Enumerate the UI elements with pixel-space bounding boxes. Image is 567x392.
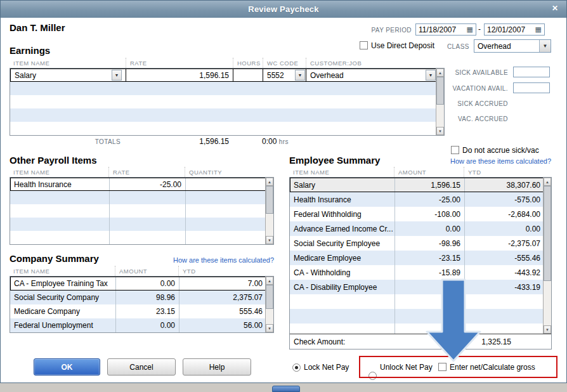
other-payroll-scrollbar[interactable]: ▲ ▼ xyxy=(265,178,273,244)
pay-period-end-field[interactable]: 12/01/2007 ▦ xyxy=(484,23,545,36)
col-amount: AMOUNT xyxy=(115,266,178,276)
other-payroll-empty-row[interactable] xyxy=(10,191,266,204)
cell-amount[interactable]: -15.89 xyxy=(394,265,464,280)
help-button[interactable]: Help xyxy=(183,358,251,376)
company-summary-row[interactable]: CA - Employee Training Tax 0.00 7.00 xyxy=(10,277,266,291)
other-payroll-empty-row[interactable] xyxy=(10,204,266,218)
scroll-up-icon[interactable]: ▲ xyxy=(266,178,273,186)
earnings-row[interactable]: Salary ▼ 1,596.15 5552 ▼ Overhead ▼ xyxy=(10,69,444,82)
scroll-down-icon[interactable]: ▼ xyxy=(266,236,273,244)
scroll-thumb[interactable] xyxy=(266,186,273,214)
earnings-rate-value: 1,596.15 xyxy=(199,71,229,80)
cell-item-name: Health Insurance xyxy=(290,192,394,207)
lock-net-pay-radio[interactable] xyxy=(292,363,301,372)
scroll-down-icon[interactable]: ▼ xyxy=(436,127,444,135)
employee-summary-scrollbar[interactable]: ▲ ▼ xyxy=(543,178,551,334)
chevron-down-icon[interactable]: ▼ xyxy=(112,70,122,81)
cell-ytd: -2,375.07 xyxy=(464,236,544,251)
other-payroll-header: ITEM NAME RATE QUANTITY xyxy=(10,167,274,177)
class-value: Overhead xyxy=(474,42,514,51)
cell-amount[interactable]: -98.96 xyxy=(394,236,464,251)
earnings-header: ITEM NAME RATE HOURS WC CODE CUSTOMER:JO… xyxy=(10,58,445,68)
titlebar[interactable]: Review Paycheck ✕ xyxy=(1,1,566,18)
cell-ytd: 38,307.60 xyxy=(464,178,544,192)
col-hours: HOURS xyxy=(233,58,263,68)
calendar-icon[interactable]: ▦ xyxy=(535,26,542,33)
totals-label: TOTALS xyxy=(10,138,126,145)
employee-summary-row[interactable]: CA - Withholding -15.89 -443.92 xyxy=(290,265,544,280)
cell-amount: 0.00 xyxy=(115,318,179,332)
lock-net-pay-label[interactable]: Lock Net Pay xyxy=(304,363,349,372)
close-icon[interactable]: ✕ xyxy=(552,4,558,12)
sick-available-field[interactable] xyxy=(513,67,550,77)
background-window xyxy=(0,384,567,392)
employee-summary-row[interactable]: Federal Withholding -108.00 -2,684.00 xyxy=(290,207,544,221)
earnings-item-cell[interactable]: Salary ▼ xyxy=(10,69,126,82)
col-amount: AMOUNT xyxy=(394,167,464,177)
cell-item-name: CA - Employee Training Tax xyxy=(10,277,115,291)
ok-button[interactable]: OK xyxy=(34,358,100,376)
sick-accrued-label: SICK ACCRUED xyxy=(407,100,508,107)
company-summary-row[interactable]: Medicare Company 23.15 555.46 xyxy=(10,304,266,318)
annotation-arrow-icon xyxy=(424,278,483,362)
cell-amount[interactable]: 1,596.15 xyxy=(394,178,464,192)
pay-period-start-field[interactable]: 11/18/2007 ▦ xyxy=(415,23,476,36)
employee-summary-title: Employee Summary xyxy=(289,155,380,166)
employee-summary-row[interactable]: Salary 1,596.15 38,307.60 xyxy=(290,178,544,192)
cell-ytd: -555.46 xyxy=(464,251,544,265)
cell-amount: 98.96 xyxy=(115,291,179,304)
earnings-hours-cell[interactable] xyxy=(233,69,263,82)
use-direct-deposit-label[interactable]: Use Direct Deposit xyxy=(371,41,434,50)
calendar-icon[interactable]: ▦ xyxy=(467,26,473,33)
other-payroll-table: ITEM NAME RATE QUANTITY Health Insurance… xyxy=(10,167,274,245)
do-not-accrue-label[interactable]: Do not accrue sick/vac xyxy=(462,146,539,155)
cell-amount[interactable]: -108.00 xyxy=(394,207,464,221)
cell-quantity[interactable] xyxy=(185,178,266,191)
employee-summary-row[interactable]: Medicare Employee -23.15 -555.46 xyxy=(290,251,544,265)
employee-summary-row[interactable]: Social Security Employee -98.96 -2,375.0… xyxy=(290,236,544,251)
chevron-down-icon[interactable]: ▼ xyxy=(295,70,305,81)
chevron-down-icon[interactable]: ▼ xyxy=(539,40,551,52)
cell-rate[interactable]: -25.00 xyxy=(109,178,185,191)
cell-ytd: 0.00 xyxy=(464,221,544,236)
earnings-empty-row[interactable] xyxy=(10,108,437,122)
scroll-thumb[interactable] xyxy=(266,285,273,309)
employee-summary-row[interactable]: CA - Disability Employee 0.00 -433.19 xyxy=(290,280,544,294)
other-payroll-empty-row[interactable] xyxy=(10,231,266,244)
earnings-empty-row[interactable] xyxy=(10,122,437,135)
class-dropdown[interactable]: Overhead ▼ xyxy=(474,39,551,53)
scroll-thumb[interactable] xyxy=(544,186,551,281)
other-payroll-row[interactable]: Health Insurance -25.00 xyxy=(10,178,266,191)
cell-item-name[interactable]: Health Insurance xyxy=(10,178,109,191)
class-label: CLASS xyxy=(447,43,469,50)
employee-summary-help-link[interactable]: How are these items calculated? xyxy=(419,157,551,165)
do-not-accrue-checkbox[interactable] xyxy=(451,146,459,154)
use-direct-deposit-checkbox[interactable] xyxy=(360,41,368,49)
cell-amount[interactable]: -25.00 xyxy=(394,192,464,207)
employee-summary-row[interactable]: Health Insurance -25.00 -575.00 xyxy=(290,192,544,207)
company-summary-row[interactable]: Federal Unemployment 0.00 56.00 xyxy=(10,318,266,332)
earnings-wc-code-cell[interactable]: 5552 ▼ xyxy=(263,69,306,82)
pay-period-start-value: 11/18/2007 xyxy=(419,25,456,34)
cell-amount[interactable]: 0.00 xyxy=(394,221,464,236)
col-quantity: QUANTITY xyxy=(185,167,274,177)
other-payroll-empty-row[interactable] xyxy=(10,218,266,231)
scroll-up-icon[interactable]: ▲ xyxy=(544,178,551,186)
employee-summary-row[interactable]: Advance Earned Income Cr... 0.00 0.00 xyxy=(290,221,544,236)
cell-ytd: -575.00 xyxy=(464,192,544,207)
cell-item-name: Medicare Employee xyxy=(290,251,394,265)
scroll-down-icon[interactable]: ▼ xyxy=(544,325,551,334)
scroll-up-icon[interactable]: ▲ xyxy=(266,277,273,285)
cell-amount[interactable]: -23.15 xyxy=(394,251,464,265)
company-summary-scrollbar[interactable]: ▲ ▼ xyxy=(265,277,273,332)
company-summary-help-link[interactable]: How are these items calculated? xyxy=(153,256,274,264)
employee-summary-table: ITEM NAME AMOUNT YTD Salary 1,596.15 38,… xyxy=(289,167,552,350)
cell-item-name: CA - Withholding xyxy=(290,265,394,280)
earnings-empty-row[interactable] xyxy=(10,95,437,108)
vacation-available-field[interactable] xyxy=(513,82,550,93)
earnings-empty-row[interactable] xyxy=(10,82,437,95)
earnings-rate-cell[interactable]: 1,596.15 xyxy=(126,69,233,82)
scroll-down-icon[interactable]: ▼ xyxy=(266,324,273,332)
company-summary-row[interactable]: Social Security Company 98.96 2,375.07 xyxy=(10,291,266,304)
cancel-button[interactable]: Cancel xyxy=(107,358,176,376)
